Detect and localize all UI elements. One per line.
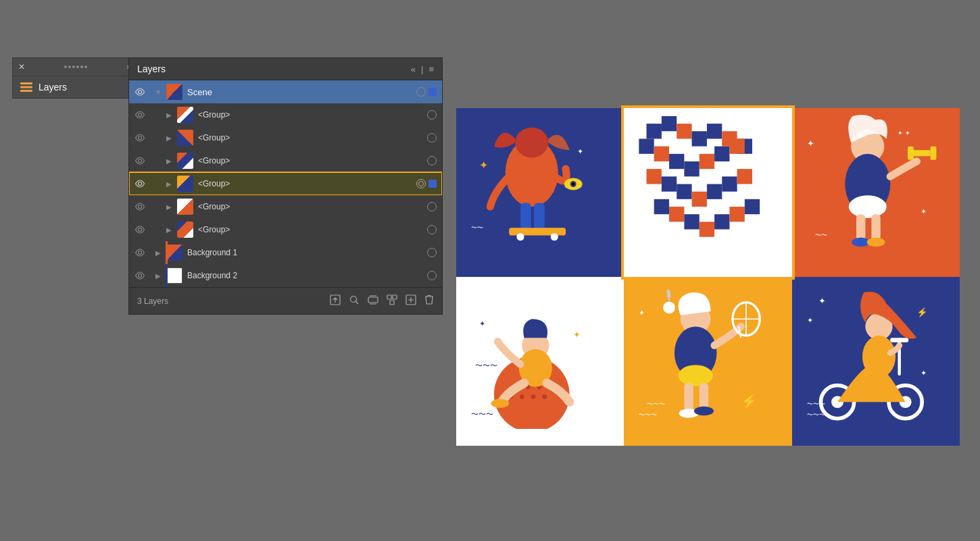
layer-row-group3[interactable]: ▶ <Group> (129, 149, 442, 172)
end-icons-group6 (427, 225, 437, 234)
art-cell-blue-scooter[interactable]: ✦ ⚡ 〜〜〜 〜〜〜 ✦ ✦ (792, 277, 960, 446)
svg-text:〜〜〜: 〜〜〜 (647, 401, 665, 407)
svg-rect-53 (707, 184, 722, 199)
layers-panel-header: Layers « | ≡ (129, 58, 442, 80)
layer-row-group5[interactable]: ▶ <Group> (129, 195, 442, 218)
collapse-icon[interactable]: « (411, 64, 416, 74)
visibility-toggle-group2[interactable] (129, 134, 151, 142)
arrow-right-icon: ▶ (155, 249, 161, 257)
square-icon[interactable] (428, 88, 437, 96)
panel-header-bar: ✕ » (12, 57, 137, 76)
visibility-toggle-group6[interactable] (129, 226, 151, 234)
circle-icon[interactable] (427, 156, 437, 165)
svg-rect-61 (730, 207, 745, 222)
move-to-group-icon[interactable] (387, 294, 397, 307)
close-button[interactable]: ✕ (18, 62, 25, 72)
svg-rect-62 (745, 199, 760, 214)
layers-panel-footer: 3 Layers (129, 287, 442, 314)
dot (84, 66, 87, 68)
layers-count: 3 Layers (137, 297, 168, 306)
layer-row-group1[interactable]: ▶ <Group> (129, 103, 442, 126)
thumb-bg1 (166, 244, 183, 261)
layer-row-group4[interactable]: ▶ <Group> (129, 172, 442, 195)
expand-bg2[interactable]: ▶ (151, 272, 166, 280)
layer-row-bg1[interactable]: ▶ Background 1 (129, 241, 442, 264)
circle-icon[interactable] (427, 225, 437, 234)
art-cell-white-yoga[interactable]: 〜〜〜 〜〜〜 ✦ ✦ (456, 277, 624, 446)
circle-icon[interactable] (427, 202, 437, 211)
svg-point-7 (139, 182, 142, 186)
expand-bg1[interactable]: ▶ (151, 249, 166, 257)
color-strip-blue (166, 264, 168, 287)
circle-icon[interactable] (416, 87, 426, 97)
circle-icon[interactable] (427, 271, 437, 280)
svg-point-86 (542, 394, 547, 399)
layer-row-scene[interactable]: ▼ Scene (129, 80, 442, 103)
expand-group4[interactable]: ▶ (162, 180, 176, 188)
svg-rect-36 (662, 116, 677, 131)
layer-row-group2[interactable]: ▶ <Group> (129, 126, 442, 149)
thumb-group6 (176, 221, 194, 238)
svg-rect-59 (700, 222, 714, 236)
svg-rect-55 (737, 169, 752, 184)
svg-point-5 (139, 136, 142, 140)
add-layer-icon[interactable] (406, 294, 416, 307)
svg-rect-25 (509, 228, 566, 235)
end-icons-group3 (427, 156, 437, 165)
circle-icon[interactable] (427, 133, 437, 143)
svg-text:✦ ✦: ✦ ✦ (898, 130, 910, 136)
svg-text:✦: ✦ (921, 207, 927, 215)
layer-row-bg2[interactable]: ▶ Background 2 (129, 264, 442, 287)
layer-row-group6[interactable]: ▶ <Group> (129, 218, 442, 241)
svg-text:✦: ✦ (807, 138, 814, 149)
arrow-down-icon: ▼ (155, 88, 162, 96)
arrow-right-icon: ▶ (166, 226, 172, 234)
expand-group3[interactable]: ▶ (162, 157, 176, 165)
thumb-group2 (176, 129, 194, 147)
color-strip-red (166, 241, 168, 264)
svg-text:〜〜: 〜〜 (471, 224, 483, 231)
svg-rect-44 (669, 154, 684, 169)
visibility-toggle-group4[interactable] (129, 180, 151, 188)
search-icon[interactable] (349, 294, 360, 307)
expand-group1[interactable]: ▶ (162, 111, 176, 119)
layers-tab[interactable]: Layers (12, 76, 137, 99)
merge-icon[interactable] (368, 294, 378, 307)
visibility-toggle-scene[interactable] (129, 88, 151, 96)
arrow-right-icon: ▶ (166, 157, 172, 165)
visibility-toggle-group3[interactable] (129, 157, 151, 165)
svg-rect-0 (20, 82, 32, 84)
expand-group2[interactable]: ▶ (162, 134, 176, 142)
visibility-toggle-bg1[interactable] (129, 249, 151, 257)
delete-layer-icon[interactable] (424, 294, 434, 307)
menu-icon[interactable]: ≡ (428, 64, 434, 74)
svg-rect-23 (520, 203, 531, 229)
svg-text:✦: ✦ (818, 296, 826, 306)
square-icon[interactable] (428, 180, 437, 188)
target-icon[interactable] (416, 179, 426, 188)
art-cell-blue-skate[interactable]: ✦ ✦ 〜〜 (456, 108, 624, 277)
svg-rect-45 (685, 161, 700, 176)
visibility-toggle-group1[interactable] (129, 111, 151, 119)
svg-rect-37 (677, 124, 692, 138)
end-icons-group1 (427, 110, 437, 120)
export-icon[interactable] (330, 294, 341, 307)
svg-text:✦: ✦ (921, 369, 927, 377)
expand-scene[interactable]: ▼ (151, 88, 166, 96)
svg-rect-17 (393, 295, 397, 299)
circle-icon[interactable] (427, 110, 437, 120)
circle-icon[interactable] (427, 248, 437, 257)
expand-group5[interactable]: ▶ (162, 203, 176, 211)
svg-rect-98 (685, 383, 693, 411)
end-icons-bg1 (427, 248, 437, 257)
svg-point-66 (848, 195, 886, 218)
svg-text:✦: ✦ (807, 316, 813, 324)
art-cell-orange-badminton[interactable]: ⚡ ✦ 〜〜〜 〜〜〜 (624, 277, 791, 446)
visibility-toggle-group5[interactable] (129, 203, 151, 211)
art-cell-orange-dumbbell[interactable]: ✦ ✦ 〜〜 ✦ ✦ (792, 108, 960, 277)
svg-rect-15 (368, 297, 378, 303)
svg-rect-58 (685, 214, 700, 229)
expand-group6[interactable]: ▶ (162, 226, 176, 234)
art-cell-white-pixel[interactable] (624, 108, 791, 277)
visibility-toggle-bg2[interactable] (129, 272, 151, 280)
